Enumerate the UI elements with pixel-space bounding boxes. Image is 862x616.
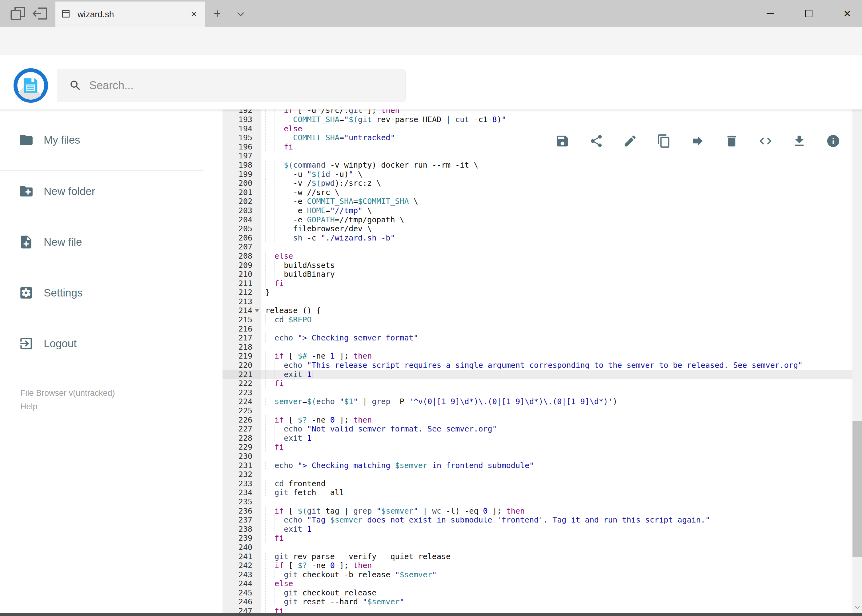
code-line-197[interactable] bbox=[261, 151, 853, 160]
sidebar-item-logout[interactable]: Logout bbox=[0, 331, 216, 357]
window-minimize-button[interactable] bbox=[755, 0, 785, 27]
set-tabs-aside-icon[interactable] bbox=[31, 4, 50, 23]
search-input[interactable] bbox=[89, 79, 405, 92]
code-line-234[interactable]: git fetch --all bbox=[261, 488, 853, 497]
new-tab-button[interactable]: + bbox=[208, 6, 227, 22]
code-line-220[interactable]: echo "This release script requires a sin… bbox=[261, 361, 853, 370]
code-line-224[interactable]: semver=$(echo "$1" | grep -P '^v(0|[1-9]… bbox=[261, 397, 853, 406]
code-line-232[interactable] bbox=[261, 470, 853, 479]
code-line-192[interactable]: if [ -d /src/.git ]; then bbox=[261, 110, 853, 115]
code-line-246[interactable]: git reset --hard "$semver" bbox=[261, 597, 853, 607]
code-line-231[interactable]: echo "> Checking matching $semver in fro… bbox=[261, 461, 853, 470]
help-link[interactable]: Help bbox=[20, 400, 115, 413]
code-line-223[interactable] bbox=[261, 388, 853, 398]
gutter-line-209: 209 bbox=[222, 261, 261, 270]
code-line-205[interactable]: filebrowser/dev \ bbox=[261, 224, 853, 233]
code-line-217[interactable]: echo "> Checking semver format" bbox=[261, 333, 853, 343]
code-line-211[interactable]: fi bbox=[261, 279, 853, 288]
code-line-198[interactable]: $(command -v winpty) docker run --rm -it… bbox=[261, 160, 853, 170]
code-line-227[interactable]: echo "Not valid semver format. See semve… bbox=[261, 424, 853, 434]
copy-button[interactable] bbox=[657, 134, 671, 148]
filebrowser-logo-icon[interactable] bbox=[14, 68, 48, 103]
code-line-199[interactable]: -u "$(id -u)" \ bbox=[261, 170, 853, 179]
vertical-scrollbar[interactable] bbox=[853, 55, 862, 613]
code-line-235[interactable] bbox=[261, 497, 853, 506]
code-line-230[interactable] bbox=[261, 452, 853, 461]
code-line-194[interactable]: else bbox=[261, 124, 853, 134]
code-line-237[interactable]: echo "Tag $semver does not exist in subm… bbox=[261, 515, 853, 525]
download-icon bbox=[792, 134, 807, 148]
gutter-line-233: 233 bbox=[222, 479, 261, 489]
code-line-242[interactable]: if [ $? -ne 0 ]; then bbox=[261, 561, 853, 570]
code-line-204[interactable]: -e GOPATH=//tmp/gopath \ bbox=[261, 215, 853, 225]
gutter-line-195: 195 bbox=[222, 133, 261, 142]
tab-list-chevron-icon[interactable] bbox=[235, 8, 247, 22]
code-line-203[interactable]: -e HOME="//tmp" \ bbox=[261, 206, 853, 215]
code-line-240[interactable] bbox=[261, 543, 853, 552]
code-line-245[interactable]: git checkout release bbox=[261, 588, 853, 597]
move-button[interactable] bbox=[690, 134, 705, 148]
code-line-225[interactable] bbox=[261, 406, 853, 415]
scroll-down-icon[interactable] bbox=[853, 602, 862, 613]
close-icon: ✕ bbox=[843, 8, 851, 19]
code-line-209[interactable]: buildAssets bbox=[261, 261, 853, 270]
code-line-241[interactable]: git rev-parse --verify --quiet release bbox=[261, 552, 853, 561]
tab-close-icon[interactable]: ✕ bbox=[188, 8, 200, 20]
code-line-208[interactable]: else bbox=[261, 251, 853, 261]
app-version-text: File Browser v(untracked) bbox=[20, 386, 115, 400]
code-line-206[interactable]: sh -c "./wizard.sh -b" bbox=[261, 233, 853, 243]
gutter-line-205: 205 bbox=[222, 224, 261, 233]
code-line-221[interactable]: exit 1 bbox=[261, 370, 853, 379]
gutter-line-194: 194 bbox=[222, 124, 261, 134]
code-line-226[interactable]: if [ $? -ne 0 ]; then bbox=[261, 415, 853, 425]
code-line-201[interactable]: -w //src \ bbox=[261, 188, 853, 197]
browser-tab[interactable]: wizard.sh ✕ bbox=[55, 2, 205, 27]
gutter-line-207: 207 bbox=[222, 242, 261, 251]
code-line-212[interactable]: } bbox=[261, 288, 853, 297]
search-bar[interactable] bbox=[57, 69, 406, 102]
download-button[interactable] bbox=[792, 134, 807, 148]
save-button[interactable] bbox=[555, 134, 570, 148]
sidebar-item-new-folder[interactable]: New folder bbox=[0, 178, 216, 204]
code-button[interactable] bbox=[758, 134, 773, 148]
code-line-193[interactable]: COMMIT_SHA="$(git rev-parse HEAD | cut -… bbox=[261, 115, 853, 124]
code-line-202[interactable]: -e COMMIT_SHA=$COMMIT_SHA \ bbox=[261, 197, 853, 206]
gutter-line-242: 242 bbox=[222, 561, 261, 570]
rename-button[interactable] bbox=[623, 134, 637, 148]
window-close-button[interactable]: ✕ bbox=[832, 0, 862, 27]
share-button[interactable] bbox=[589, 134, 604, 148]
tab-preview-icon[interactable] bbox=[9, 4, 28, 23]
code-line-213[interactable] bbox=[261, 297, 853, 306]
gutter-line-204: 204 bbox=[222, 215, 261, 225]
info-button[interactable] bbox=[826, 134, 840, 148]
window-maximize-button[interactable] bbox=[794, 0, 824, 27]
code-line-210[interactable]: buildBinary bbox=[261, 270, 853, 279]
scrollbar-thumb[interactable] bbox=[853, 421, 862, 557]
code-line-229[interactable]: fi bbox=[261, 443, 853, 452]
sidebar-item-my-files[interactable]: My files bbox=[0, 127, 216, 153]
code-line-236[interactable]: if [ $(git tag | grep "$semver" | wc -l)… bbox=[261, 506, 853, 516]
code-line-215[interactable]: cd $REPO bbox=[261, 315, 853, 324]
delete-button[interactable] bbox=[725, 134, 739, 148]
gutter-line-221: 221 bbox=[222, 370, 261, 379]
code-line-207[interactable] bbox=[261, 242, 853, 251]
code-line-233[interactable]: cd frontend bbox=[261, 479, 853, 489]
code-line-200[interactable]: -v /$(pwd):/src:z \ bbox=[261, 179, 853, 188]
code-line-222[interactable]: fi bbox=[261, 379, 853, 388]
code-line-243[interactable]: git checkout -b release "$semver" bbox=[261, 570, 853, 580]
code-line-214[interactable]: release () { bbox=[261, 306, 853, 315]
code-line-244[interactable]: else bbox=[261, 579, 853, 588]
sidebar-item-new-file[interactable]: New file bbox=[0, 229, 216, 255]
code-editor[interactable]: if [ -d /src/.git ]; then COMMIT_SHA="$(… bbox=[261, 110, 853, 616]
sidebar-item-settings[interactable]: Settings bbox=[0, 280, 216, 306]
code-line-216[interactable] bbox=[261, 324, 853, 334]
code-line-239[interactable]: fi bbox=[261, 534, 853, 543]
gutter-line-210: 210 bbox=[222, 270, 261, 279]
tab-title: wizard.sh bbox=[77, 9, 188, 19]
gutter-line-215: 215 bbox=[222, 315, 261, 324]
code-line-218[interactable] bbox=[261, 343, 853, 352]
fold-toggle-icon[interactable] bbox=[255, 310, 259, 312]
code-line-238[interactable]: exit 1 bbox=[261, 525, 853, 534]
code-line-228[interactable]: exit 1 bbox=[261, 434, 853, 443]
code-line-219[interactable]: if [ $# -ne 1 ]; then bbox=[261, 352, 853, 361]
